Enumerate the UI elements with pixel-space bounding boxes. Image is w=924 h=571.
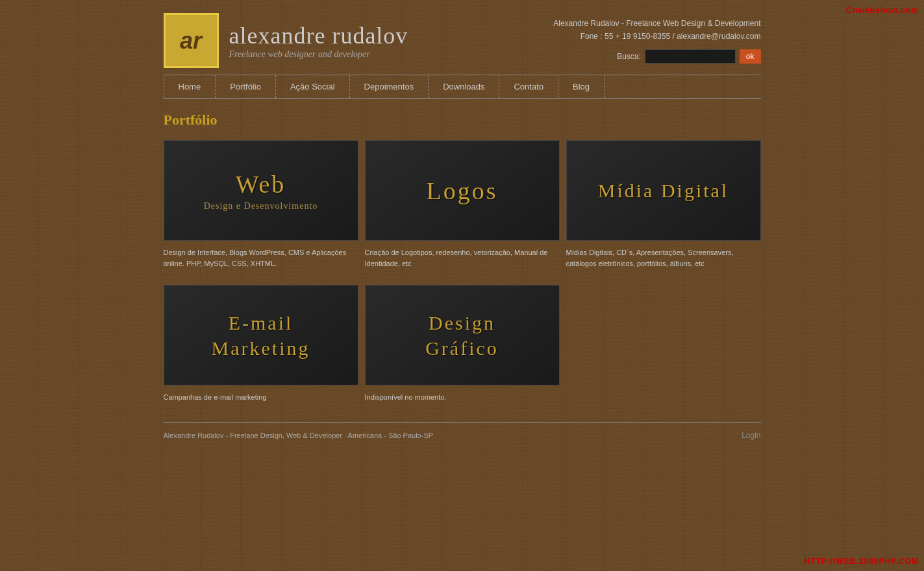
desc-empty xyxy=(566,392,761,403)
nav-link-home[interactable]: Home xyxy=(164,75,216,98)
nav-link-blog[interactable]: Blog xyxy=(558,75,605,98)
login-link[interactable]: Login xyxy=(742,431,760,440)
card-subtitle-web: Design e Desenvolvimento xyxy=(204,201,318,212)
site-subtitle: Freelance web designer and developer xyxy=(229,49,408,60)
nav-link-downloads[interactable]: Downloads xyxy=(429,75,499,98)
site-name: alexandre rudalov xyxy=(229,22,408,49)
desc-email: Campanhas de e-mail marketing xyxy=(164,392,358,403)
card-image-email[interactable]: E-mailMarketing xyxy=(164,285,358,385)
desc-midia-text: Mídias Digitais, CD´s, Apresentações, Sc… xyxy=(566,247,761,269)
logo[interactable]: ar xyxy=(164,13,219,68)
nav-link-acao[interactable]: Ação Social xyxy=(276,75,350,98)
nav-item-portfolio[interactable]: Portfólio xyxy=(216,75,276,98)
nav-item-depoimentos[interactable]: Depoimentos xyxy=(350,75,429,98)
card-title-email: E-mailMarketing xyxy=(212,310,310,361)
nav-item-home[interactable]: Home xyxy=(164,75,216,98)
header: ar alexandre rudalov Freelance web desig… xyxy=(164,0,761,75)
portfolio-card-email: E-mailMarketing xyxy=(164,285,358,385)
desc-row-bottom: Campanhas de e-mail marketing Indisponív… xyxy=(164,392,761,403)
footer-text: Alexandre Rudalov - Freelane Design, Web… xyxy=(164,431,434,439)
desc-design: Indisponível no momento. xyxy=(365,392,560,403)
nav-item-blog[interactable]: Blog xyxy=(558,75,605,98)
nav-item-downloads[interactable]: Downloads xyxy=(429,75,499,98)
logo-text: ar xyxy=(180,27,202,55)
navigation: Home Portfólio Ação Social Depoimentos D… xyxy=(164,75,761,99)
portfolio-title: Portfólio xyxy=(164,112,761,128)
card-image-logos[interactable]: Logos xyxy=(365,140,560,241)
search-input[interactable] xyxy=(645,49,736,64)
watermark-top: Cnwebshow.com xyxy=(846,5,919,15)
header-left: ar alexandre rudalov Freelance web desig… xyxy=(164,13,408,68)
portfolio-section: Portfólio Web Design e Desenvolvimento L… xyxy=(164,112,761,403)
nav-item-contato[interactable]: Contato xyxy=(499,75,558,98)
desc-midia: Mídias Digitais, CD´s, Apresentações, Sc… xyxy=(566,247,761,269)
search-label: Busca: xyxy=(617,52,641,61)
nav-item-acao[interactable]: Ação Social xyxy=(276,75,350,98)
nav-list: Home Portfólio Ação Social Depoimentos D… xyxy=(164,75,761,98)
main-container: ar alexandre rudalov Freelance web desig… xyxy=(164,0,761,448)
portfolio-card-design: DesignGráfico xyxy=(365,285,560,385)
portfolio-grid-bottom: E-mailMarketing DesignGráfico xyxy=(164,285,761,385)
portfolio-card-logos: Logos xyxy=(365,140,560,241)
search-button[interactable]: ok xyxy=(740,49,761,64)
card-title-web: Web xyxy=(236,170,286,199)
card-image-midia[interactable]: Mídia Digital xyxy=(566,140,761,241)
desc-row-top: Design de Interface, Blogs WordPress, CM… xyxy=(164,247,761,269)
header-title-block: alexandre rudalov Freelance web designer… xyxy=(229,22,408,60)
desc-design-text: Indisponível no momento. xyxy=(365,392,560,403)
card-title-midia: Mídia Digital xyxy=(598,180,729,202)
card-title-design: DesignGráfico xyxy=(425,310,499,361)
header-right: Alexandre Rudalov - Freelance Web Design… xyxy=(553,18,760,63)
nav-link-depoimentos[interactable]: Depoimentos xyxy=(350,75,429,98)
nav-link-contato[interactable]: Contato xyxy=(499,75,558,98)
footer: Alexandre Rudalov - Freelane Design, Web… xyxy=(164,422,761,448)
card-image-design[interactable]: DesignGráfico xyxy=(365,285,560,385)
card-image-web[interactable]: Web Design e Desenvolvimento xyxy=(164,140,358,241)
card-title-logos: Logos xyxy=(427,176,498,205)
search-row: Busca: ok xyxy=(553,49,760,64)
desc-email-text: Campanhas de e-mail marketing xyxy=(164,392,358,403)
nav-link-portfolio[interactable]: Portfólio xyxy=(216,75,276,98)
desc-web-text: Design de Interface, Blogs WordPress, CM… xyxy=(164,247,358,269)
portfolio-card-web: Web Design e Desenvolvimento xyxy=(164,140,358,241)
portfolio-card-midia: Mídia Digital xyxy=(566,140,761,241)
desc-logos: Criação de Logotipos, redesenho, vetoriz… xyxy=(365,247,560,269)
desc-logos-text: Criação de Logotipos, redesenho, vetoriz… xyxy=(365,247,560,269)
portfolio-grid-top: Web Design e Desenvolvimento Logos Mídia… xyxy=(164,140,761,241)
header-tagline: Alexandre Rudalov - Freelance Web Design… xyxy=(553,18,760,42)
desc-web: Design de Interface, Blogs WordPress, CM… xyxy=(164,247,358,269)
watermark-bottom: HTTP://WEB.2008PHP.COM xyxy=(805,557,919,566)
